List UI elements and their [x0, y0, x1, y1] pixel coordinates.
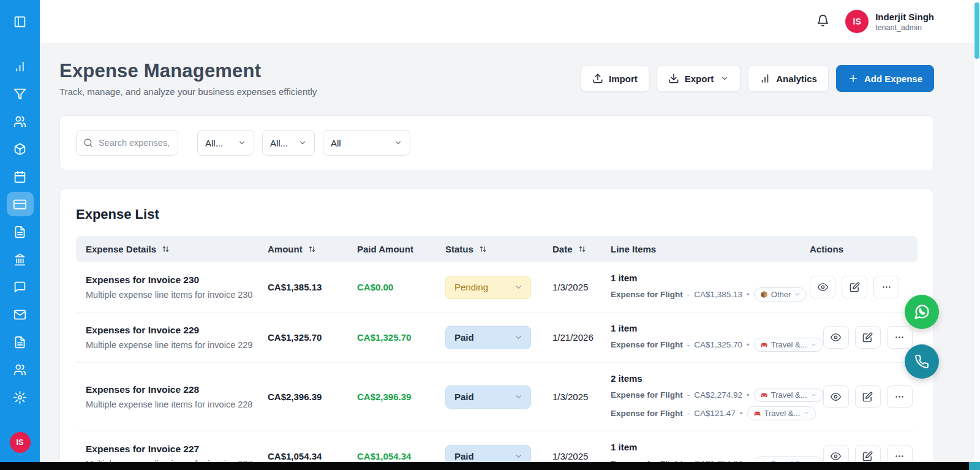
export-button[interactable]: Export	[657, 65, 741, 92]
paid-amount: CA$1,325.70	[357, 332, 445, 343]
view-button[interactable]	[823, 326, 849, 349]
user-name: Inderjit Singh	[875, 12, 934, 22]
import-label: Import	[609, 74, 638, 84]
more-button[interactable]	[873, 276, 899, 298]
column-header[interactable]: Amount	[268, 244, 357, 254]
edit-button[interactable]	[855, 385, 881, 408]
line-item: Expense for Flight-CA$1,385.13•Other	[611, 287, 810, 301]
sidebar-item-panel-toggle[interactable]	[7, 9, 34, 34]
ellipsis-icon	[894, 392, 905, 402]
analytics-label: Analytics	[776, 74, 817, 84]
edit-button[interactable]	[842, 276, 867, 298]
sidebar-item-bank[interactable]	[7, 247, 34, 271]
scrollbar[interactable]	[974, 0, 980, 462]
sort-icon[interactable]	[578, 244, 587, 254]
users-icon	[13, 363, 26, 376]
filter-dropdown-1-value: All...	[205, 138, 223, 148]
line-item-name: Expense for Flight	[611, 290, 683, 299]
sidebar-item-mail[interactable]	[7, 302, 34, 327]
column-header[interactable]: Date	[552, 244, 611, 254]
whatsapp-button[interactable]	[905, 295, 939, 329]
scrollbar-thumb[interactable]	[974, 2, 979, 59]
view-button[interactable]	[823, 385, 849, 408]
chevron-down-icon	[810, 341, 817, 348]
upload-icon	[592, 73, 603, 84]
sidebar-item-customers[interactable]	[7, 109, 34, 134]
ellipsis-icon	[894, 451, 905, 461]
edit-button[interactable]	[855, 326, 881, 349]
edit-icon	[862, 332, 873, 343]
page-content: Expense Management Track, manage, and an…	[40, 43, 980, 470]
status-dropdown[interactable]: Pending	[445, 276, 531, 299]
line-item: Expense for Flight-CA$121.47•Travel &...	[611, 406, 823, 420]
column-header[interactable]: Expense Details	[86, 244, 268, 254]
user-menu[interactable]: IS Inderjit Singh tenant_admin	[845, 10, 934, 33]
filter-dropdown-2[interactable]: All...	[262, 130, 315, 156]
sort-icon[interactable]	[161, 244, 170, 254]
category-badge[interactable]: Travel &...	[747, 406, 816, 420]
download-icon	[668, 73, 679, 84]
sort-icon[interactable]	[307, 244, 317, 254]
eye-icon	[831, 332, 841, 343]
expense-subtitle: Multiple expense line items for invoice …	[86, 290, 268, 300]
paid-amount: CA$2,396.39	[357, 392, 445, 402]
sidebar-avatar[interactable]: IS	[10, 432, 31, 453]
import-button[interactable]: Import	[581, 65, 649, 92]
calendar-icon	[13, 170, 26, 183]
expense-date: 1/3/2025	[552, 392, 611, 402]
page-header: Expense Management Track, manage, and an…	[59, 60, 934, 97]
filter-dropdown-1[interactable]: All...	[197, 130, 254, 156]
more-button[interactable]	[887, 326, 913, 349]
status-label: Paid	[454, 332, 474, 343]
sidebar-item-settings[interactable]	[7, 385, 34, 409]
edit-icon	[850, 282, 860, 292]
expense-amount: CA$2,396.39	[268, 392, 357, 402]
layout-icon	[13, 15, 26, 28]
sidebar-item-filters[interactable]	[7, 81, 34, 106]
status-dropdown[interactable]: Paid	[445, 385, 531, 409]
category-badge[interactable]: Travel &...	[754, 388, 823, 402]
chevron-down-icon	[803, 410, 810, 417]
view-button[interactable]	[810, 276, 835, 298]
table-row: Expenses for Invoice 228Multiple expense…	[76, 363, 918, 431]
sidebar-item-expenses[interactable]	[7, 192, 34, 216]
more-button[interactable]	[887, 385, 913, 408]
chevron-down-icon	[810, 392, 817, 398]
line-item-name: Expense for Flight	[611, 390, 683, 400]
sidebar-item-documents[interactable]	[7, 330, 34, 354]
analytics-button[interactable]: Analytics	[748, 65, 829, 92]
category-badge[interactable]: Other	[754, 287, 807, 301]
table-body: Expenses for Invoice 230Multiple expense…	[76, 262, 918, 470]
search-box	[76, 130, 178, 156]
status-dropdown[interactable]: Paid	[445, 326, 531, 349]
column-label: Paid Amount	[357, 244, 413, 254]
sidebar-item-invoices[interactable]	[7, 219, 34, 244]
sidebar-item-calendar[interactable]	[7, 164, 34, 189]
page-actions: Import Export Analytics Add Expense	[581, 65, 934, 92]
phone-button[interactable]	[905, 344, 939, 379]
bar-chart-icon	[760, 73, 771, 84]
expense-date: 1/3/2025	[552, 282, 611, 292]
ellipsis-icon	[881, 282, 892, 292]
sidebar-item-analytics[interactable]	[7, 54, 34, 78]
sidebar-item-messages[interactable]	[7, 275, 34, 299]
column-label: Actions	[810, 244, 843, 254]
credit-card-icon	[13, 198, 26, 211]
add-expense-button[interactable]: Add Expense	[836, 65, 934, 92]
sidebar-item-products[interactable]	[7, 137, 34, 161]
expense-amount: CA$1,054.34	[268, 451, 357, 461]
category-label: Travel &...	[771, 340, 807, 349]
chat-icon	[13, 281, 26, 294]
sidebar-item-team[interactable]	[7, 357, 34, 382]
category-badge[interactable]: Travel &...	[754, 338, 823, 352]
landmark-icon	[13, 253, 26, 266]
filter-dropdown-3[interactable]: All	[323, 130, 410, 156]
column-label: Expense Details	[86, 244, 156, 254]
expense-subtitle: Multiple expense line items for invoice …	[86, 400, 268, 409]
notifications-button[interactable]	[816, 14, 829, 29]
column-header[interactable]: Status	[445, 244, 552, 254]
add-expense-label: Add Expense	[864, 74, 922, 84]
sort-icon[interactable]	[478, 244, 488, 254]
car-icon	[753, 409, 761, 417]
paid-amount: CA$0.00	[357, 282, 445, 292]
